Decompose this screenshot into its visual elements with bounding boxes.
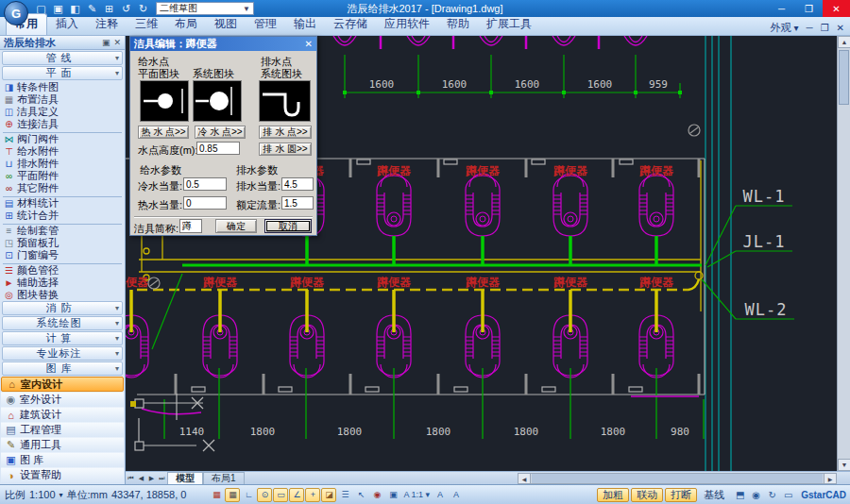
sheet-tab-模型[interactable]: 模型 [167, 472, 203, 484]
sheet-tab-布局1[interactable]: 布局1 [203, 472, 245, 484]
osnap-icon[interactable]: ▭ [273, 488, 288, 502]
restore-button[interactable]: ❐ [795, 0, 823, 17]
plan-block-preview[interactable] [140, 80, 189, 122]
close-button[interactable]: ✕ [823, 0, 850, 17]
ribbon-tab-插入[interactable]: 插入 [47, 14, 87, 35]
doc-minimize-button[interactable]: ─ [807, 23, 813, 33]
otrack-icon[interactable]: ∠ [289, 488, 304, 502]
palette-item-工程管理[interactable]: ▤工程管理 [1, 422, 124, 437]
drain-equiv-input[interactable]: 4.5 [281, 177, 314, 191]
drain-point-button[interactable]: 排 水 点>> [259, 126, 312, 139]
polar-tracking-icon[interactable]: ⊙ [257, 488, 272, 502]
auto-annotation-icon[interactable]: A [449, 488, 464, 502]
last-sheet-icon[interactable]: ⏭ [157, 475, 167, 482]
doc-restore-button[interactable]: ❐ [821, 23, 829, 33]
minimize-button[interactable]: ─ [768, 0, 795, 17]
ribbon-tab-帮助[interactable]: 帮助 [438, 14, 478, 35]
app-logo-icon[interactable]: G [4, 1, 28, 25]
palette-group-计算[interactable]: 计 算▾ [2, 331, 123, 345]
transparency-icon[interactable]: ☰ [337, 488, 352, 502]
workspace-switch-icon[interactable]: ▣ [385, 488, 400, 502]
fullscreen-icon[interactable]: ▭ [780, 488, 796, 502]
cold-water-point-button[interactable]: 冷 水 点>> [195, 126, 246, 139]
snap-grid-icon[interactable]: ▦ [225, 488, 240, 502]
workspace-combo[interactable]: 二维草图 ▼ [156, 2, 254, 15]
ribbon-tab-三维[interactable]: 三维 [127, 14, 166, 35]
ribbon-tab-云存储[interactable]: 云存储 [325, 14, 376, 35]
plot-icon[interactable]: ✎ [85, 2, 99, 15]
cancel-button[interactable]: 取消 [264, 219, 312, 233]
vertical-scroll-thumb[interactable] [839, 50, 849, 105]
palette-group-专业标注[interactable]: 专业标注▾ [2, 346, 123, 361]
palette-item-建筑设计[interactable]: ⌂建筑设计 [1, 407, 124, 422]
isolate-objects-icon[interactable]: ◉ [748, 488, 764, 502]
palette-item-设置帮助[interactable]: ◑设置帮助 [1, 467, 124, 482]
palette-item-通用工具[interactable]: ✎通用工具 [1, 437, 124, 452]
ribbon-tab-扩展工具[interactable]: 扩展工具 [478, 14, 540, 35]
drain-circle-button[interactable]: 排 水 圆>> [259, 143, 312, 156]
horizontal-scroll-thumb[interactable] [532, 474, 823, 483]
palette-group-管线[interactable]: 管 线▾ [2, 51, 123, 65]
print-icon[interactable]: ⊞ [102, 2, 116, 15]
hot-water-point-button[interactable]: 热 水 点>> [138, 126, 189, 139]
toggle-联动[interactable]: 联动 [631, 488, 663, 502]
ribbon-tab-输出[interactable]: 输出 [285, 14, 325, 35]
palette-item-统计合并[interactable]: ⊞统计合并 [0, 210, 125, 222]
ribbon-tab-应用软件[interactable]: 应用软件 [376, 14, 438, 35]
doc-close-button[interactable]: ✕ [837, 23, 844, 33]
toggle-基线[interactable]: 基线 [699, 488, 729, 502]
palette-item-室内设计[interactable]: ⌂室内设计 [1, 377, 124, 392]
short-name-input[interactable]: 蹲 [179, 219, 202, 233]
palette-item-连接洁具[interactable]: ⊕连接洁具 [0, 118, 125, 130]
palette-item-图块替换[interactable]: ◎图块替换 [0, 289, 125, 301]
toggle-打断[interactable]: 打断 [665, 488, 697, 502]
scroll-up-icon[interactable]: ▲ [838, 36, 850, 48]
lineweight-icon[interactable]: ◪ [321, 488, 336, 502]
scale-value[interactable]: 1:100 [29, 489, 56, 500]
palette-group-图库[interactable]: 图 库▾ [2, 361, 123, 376]
water-height-input[interactable]: 0.85 [196, 142, 240, 155]
scroll-right-icon[interactable]: ▶ [824, 474, 836, 483]
selection-cycling-icon[interactable]: ↖ [353, 488, 368, 502]
close-icon[interactable]: ✕ [305, 39, 313, 49]
palette-item-图库[interactable]: ▣图 库 [1, 452, 124, 467]
palette-item-门窗编号[interactable]: ⊡门窗编号 [0, 249, 125, 261]
appearance-dropdown[interactable]: 外观 ▾ [770, 21, 798, 35]
redo-icon[interactable]: ↻ [136, 2, 150, 15]
ribbon-tab-布局[interactable]: 布局 [166, 14, 206, 35]
prev-sheet-icon[interactable]: ◀ [136, 475, 146, 482]
dynamic-input-icon[interactable]: + [305, 488, 320, 502]
rated-flow-input[interactable]: 1.5 [281, 196, 314, 210]
palette-group-消防[interactable]: 消 防▾ [2, 301, 123, 315]
scroll-left-icon[interactable]: ◀ [518, 474, 531, 483]
annotation-visibility-icon[interactable]: A [433, 488, 448, 502]
open-file-icon[interactable]: ▣ [51, 2, 65, 15]
horizontal-scrollbar[interactable]: ◀ ▶ [518, 473, 837, 484]
clean-screen-icon[interactable]: ↻ [764, 488, 780, 502]
first-sheet-icon[interactable]: ⏮ [126, 475, 136, 482]
cold-equiv-input[interactable]: 0.5 [183, 177, 227, 191]
toggle-加粗[interactable]: 加粗 [597, 488, 629, 502]
drain-block-preview[interactable] [259, 80, 311, 122]
pin-icon[interactable]: ▣ [102, 38, 110, 47]
palette-group-系统绘图[interactable]: 系统绘图▾ [2, 316, 123, 330]
palette-item-室外设计[interactable]: ◉室外设计 [1, 392, 124, 407]
close-icon[interactable]: ✕ [113, 38, 121, 47]
palette-item-其它附件[interactable]: ∞其它附件 [0, 182, 125, 194]
vertical-scrollbar[interactable]: ▲ ▼ [837, 36, 850, 471]
system-block-preview[interactable] [193, 80, 242, 122]
scroll-down-icon[interactable]: ▼ [838, 459, 850, 471]
annotation-monitor-icon[interactable]: ◉ [369, 488, 384, 502]
ribbon-tab-视图[interactable]: 视图 [206, 14, 246, 35]
save-file-icon[interactable]: ◧ [68, 2, 82, 15]
undo-icon[interactable]: ↺ [119, 2, 133, 15]
dialog-title-bar[interactable]: 洁具编辑：蹲便器 ✕ [130, 37, 316, 51]
ok-button[interactable]: 确定 [215, 219, 257, 233]
ribbon-tab-管理[interactable]: 管理 [246, 14, 285, 35]
palette-group-平面[interactable]: 平 面▾ [2, 66, 123, 80]
hot-equiv-input[interactable]: 0 [183, 196, 227, 210]
ortho-icon[interactable]: ∟ [241, 488, 256, 502]
lock-ui-icon[interactable]: ⬒ [732, 488, 748, 502]
next-sheet-icon[interactable]: ▶ [146, 475, 157, 482]
annotation-scale-icon[interactable]: A 1:1 ▾ [401, 488, 432, 502]
